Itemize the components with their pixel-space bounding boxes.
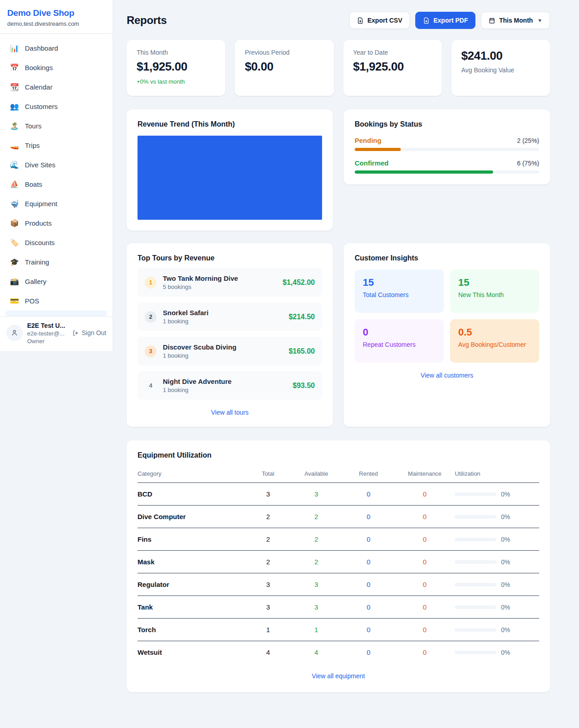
rank-badge: 1 — [145, 277, 157, 288]
period-select[interactable]: This Month ▼ — [481, 12, 550, 29]
insight-value: 0 — [363, 326, 436, 338]
graduation-cap-icon: 🎓 — [10, 258, 19, 266]
insight-value: 15 — [458, 277, 531, 288]
status-label: Confirmed — [355, 159, 389, 167]
stat-value: $0.00 — [245, 60, 323, 74]
stat-label: Year to Date — [353, 49, 432, 56]
sidebar-item-label: POS — [25, 297, 39, 305]
col-rented: Rented — [342, 466, 394, 483]
tour-bookings: 5 bookings — [163, 284, 276, 290]
insight-label: Repeat Customers — [363, 341, 436, 348]
cell-category: BCD — [138, 483, 246, 506]
stat-value: $1,925.00 — [353, 60, 432, 74]
sidebar-item-calendar[interactable]: 📆 Calendar — [5, 77, 107, 97]
cell-rented: 0 — [342, 596, 394, 619]
person-icon — [10, 329, 19, 337]
utilization-track — [455, 583, 496, 586]
sidebar: Demo Dive Shop demo.test.divestreams.com… — [0, 0, 113, 351]
tour-revenue: $214.50 — [289, 313, 315, 321]
logout-icon — [72, 330, 79, 336]
sidebar-item-products[interactable]: 📦 Products — [5, 213, 107, 233]
utilization-track — [455, 628, 496, 632]
utilization-percent: 0% — [501, 513, 510, 520]
utilization-percent: 0% — [501, 558, 510, 566]
tag-icon: 🏷️ — [10, 238, 19, 247]
cell-total: 1 — [246, 619, 290, 641]
credit-card-icon: 💳 — [10, 297, 19, 305]
sidebar-item-discounts[interactable]: 🏷️ Discounts — [5, 233, 107, 252]
table-row: Mask 2 2 0 0 0% — [138, 551, 539, 573]
chevron-down-icon: ▼ — [537, 18, 542, 23]
sidebar-item-equipment[interactable]: 🤿 Equipment — [5, 194, 107, 213]
stat-card-previous-period: Previous Period $0.00 — [235, 40, 333, 96]
tour-revenue: $1,452.00 — [283, 279, 315, 287]
sidebar-item-label: Dive Sites — [25, 161, 56, 169]
status-row-pending: Pending 2 (25%) — [355, 137, 539, 151]
view-all-customers-link[interactable]: View all customers — [355, 372, 539, 379]
sidebar-item-label: Dashboard — [25, 44, 58, 52]
view-all-tours-link[interactable]: View all tours — [138, 409, 322, 416]
progress-track — [355, 170, 539, 174]
rank-badge: 4 — [145, 380, 157, 392]
insight-value: 0.5 — [458, 326, 531, 338]
cell-utilization: 0% — [455, 573, 539, 596]
revenue-trend-chart — [138, 136, 322, 220]
sidebar-item-tours[interactable]: 🏝️ Tours — [5, 116, 107, 136]
cell-available: 3 — [290, 596, 342, 619]
sidebar-item-label: Gallery — [25, 278, 47, 285]
col-maintenance: Maintenance — [394, 466, 455, 483]
sidebar-item-label: Products — [25, 219, 52, 227]
cell-rented: 0 — [342, 641, 394, 664]
utilization-percent: 0% — [501, 649, 510, 656]
sidebar-item-customers[interactable]: 👥 Customers — [5, 97, 107, 116]
calendar-date-icon: 📅 — [10, 63, 19, 72]
status-row-confirmed: Confirmed 6 (75%) — [355, 159, 539, 174]
cell-category: Mask — [138, 551, 246, 573]
sidebar-item-boats[interactable]: ⛵ Boats — [5, 175, 107, 194]
export-csv-button[interactable]: Export CSV — [349, 12, 410, 29]
insight-value: 15 — [363, 277, 436, 288]
file-download-icon — [423, 17, 430, 24]
sidebar-header: Demo Dive Shop demo.test.divestreams.com — [0, 0, 113, 34]
stat-label: Previous Period — [245, 49, 323, 56]
table-row: Wetsuit 4 4 0 0 0% — [138, 641, 539, 664]
insight-label: New This Month — [458, 291, 531, 298]
sidebar-item-label: Boats — [25, 180, 42, 188]
cell-utilization: 0% — [455, 619, 539, 641]
cell-rented: 0 — [342, 506, 394, 528]
table-header-row: Category Total Available Rented Maintena… — [138, 466, 539, 483]
export-pdf-label: Export PDF — [433, 17, 468, 24]
stat-value: $241.00 — [461, 49, 540, 63]
customer-insights-title: Customer Insights — [355, 254, 539, 262]
sidebar-item-trips[interactable]: 🚤 Trips — [5, 136, 107, 155]
view-all-equipment-link[interactable]: View all equipment — [138, 672, 539, 680]
cell-available: 1 — [290, 619, 342, 641]
cell-total: 3 — [246, 596, 290, 619]
sidebar-item-active-partial[interactable] — [5, 311, 107, 316]
stat-card-avg-booking-value: $241.00 Avg Booking Value — [451, 40, 550, 96]
sidebar-item-bookings[interactable]: 📅 Bookings — [5, 58, 107, 77]
stat-value: $1,925.00 — [137, 60, 215, 74]
utilization-track — [455, 492, 496, 496]
export-pdf-button[interactable]: Export PDF — [415, 12, 475, 29]
sidebar-item-training[interactable]: 🎓 Training — [5, 252, 107, 272]
sign-out-button[interactable]: Sign Out — [72, 329, 106, 336]
shop-name: Demo Dive Shop — [7, 8, 105, 18]
tour-revenue: $165.00 — [289, 347, 315, 355]
sidebar-item-gallery[interactable]: 📸 Gallery — [5, 272, 107, 291]
cell-maintenance: 0 — [394, 596, 455, 619]
cell-rented: 0 — [342, 528, 394, 551]
cell-rented: 0 — [342, 573, 394, 596]
sidebar-item-dashboard[interactable]: 📊 Dashboard — [5, 38, 107, 58]
sidebar-item-label: Bookings — [25, 64, 53, 71]
cell-total: 3 — [246, 483, 290, 506]
avatar — [6, 325, 23, 341]
rank-badge: 3 — [145, 345, 157, 357]
tour-name: Snorkel Safari — [163, 309, 282, 317]
col-available: Available — [290, 466, 342, 483]
insight-label: Avg Bookings/Customer — [458, 341, 531, 348]
sidebar-item-pos[interactable]: 💳 POS — [5, 291, 107, 311]
cell-total: 4 — [246, 641, 290, 664]
cell-available: 4 — [290, 641, 342, 664]
sidebar-item-dive-sites[interactable]: 🌊 Dive Sites — [5, 155, 107, 175]
